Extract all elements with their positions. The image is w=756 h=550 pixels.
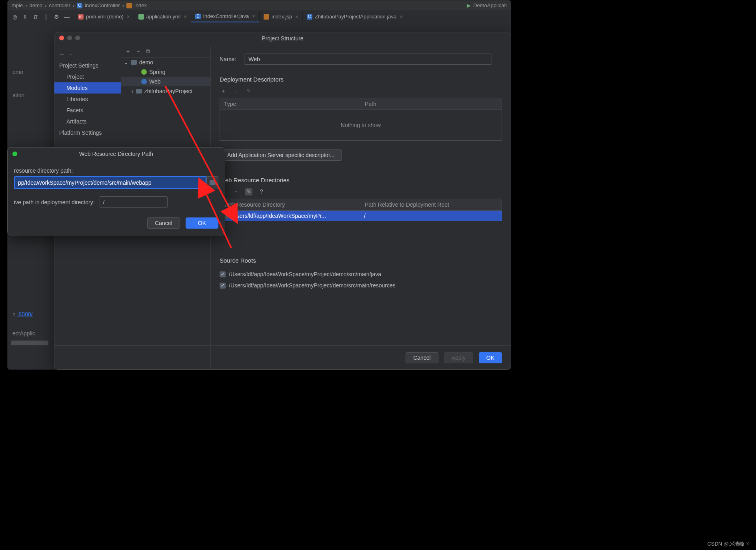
col-webdir: Web Resource Directory	[220, 199, 361, 210]
checkbox-icon[interactable]: ✓	[220, 271, 226, 277]
crumb[interactable]: demo	[30, 2, 43, 8]
text-frag: n	[12, 311, 17, 317]
hide-icon[interactable]: —	[64, 14, 70, 20]
chevron-down-icon: ⌄	[124, 59, 128, 66]
col-type: Type	[220, 98, 361, 110]
copy-icon[interactable]: ⧉	[146, 48, 150, 56]
collapse-icon[interactable]: ⇵	[32, 14, 39, 20]
source-root-item[interactable]: ✓/Users/ldf/app/IdeaWorkSpace/myProject/…	[220, 280, 502, 291]
tab-label: ZhifubaoPayProjectApplication.java	[315, 14, 397, 20]
folder-icon	[210, 180, 216, 185]
tab-label: pom.xml (demo)	[86, 14, 124, 20]
source-root-item[interactable]: ✓/Users/ldf/app/IdeaWorkSpace/myProject/…	[220, 269, 502, 280]
tree-zhifubao[interactable]: ›zhifubaoPayProject	[121, 86, 210, 96]
scrollbar[interactable]	[11, 341, 48, 345]
tab-jsp[interactable]: index.jsp×	[260, 11, 303, 22]
browse-button[interactable]	[206, 176, 218, 189]
tree-demo[interactable]: ⌄demo	[121, 58, 210, 67]
relative-path-input[interactable]	[100, 196, 168, 208]
divider: |	[43, 14, 49, 20]
method-icon	[126, 3, 132, 8]
close-icon[interactable]: ×	[400, 14, 403, 20]
nav-libraries[interactable]: Libraries	[54, 94, 121, 105]
tab-label: index.jsp	[272, 14, 292, 20]
nav-facets[interactable]: Facets	[54, 105, 121, 116]
checkbox-icon[interactable]: ✓	[220, 283, 226, 289]
crumb[interactable]: controller	[49, 2, 70, 8]
add-icon[interactable]: ＋	[220, 88, 227, 95]
web-resource-row[interactable]: /Users/ldf/app/IdeaWorkSpace/myPr... /	[220, 211, 502, 221]
close-icon[interactable]: ×	[184, 14, 187, 20]
fwd-icon[interactable]: →	[68, 51, 74, 58]
gear-icon[interactable]: ⚙	[53, 14, 60, 20]
help-icon[interactable]: ?	[258, 188, 265, 195]
run-config[interactable]: DemoApplicati	[473, 2, 507, 8]
back-icon[interactable]: ←	[59, 51, 65, 58]
cancel-button[interactable]: Cancel	[406, 352, 438, 363]
java-icon: C	[195, 14, 201, 19]
nav-header: Platform Settings	[54, 127, 121, 138]
name-input[interactable]	[244, 54, 492, 65]
edit-icon[interactable]: ✎	[245, 188, 252, 195]
empty-state: Nothing to show	[220, 110, 502, 141]
text-frag: emo	[11, 66, 48, 78]
cell-value: /Users/ldf/app/IdeaWorkSpace/myPr...	[231, 213, 326, 219]
cancel-button[interactable]: Cancel	[147, 217, 180, 229]
nav-header: Project Settings	[54, 60, 121, 71]
remove-icon[interactable]: －	[232, 188, 240, 195]
max-dot[interactable]	[75, 36, 80, 40]
tree-spring[interactable]: Spring	[121, 67, 210, 77]
min-dot[interactable]	[67, 36, 72, 40]
watermark: CSDN @乄清峰ヾ	[707, 540, 750, 548]
window-dot[interactable]	[12, 151, 17, 156]
remove-icon[interactable]: －	[136, 48, 141, 56]
section-title: Web Resource Directories	[220, 177, 502, 183]
target-icon[interactable]: ◎	[12, 14, 18, 20]
nav-artifacts[interactable]: Artifacts	[54, 116, 121, 127]
crumb[interactable]: indexController	[85, 2, 120, 8]
dialog-footer: Cancel Apply OK	[54, 345, 511, 369]
relative-path-label: ive path in deployment directory:	[14, 199, 95, 205]
directory-path-input[interactable]	[14, 176, 206, 189]
tab-app[interactable]: CZhifubaoPayProjectApplication.java×	[303, 11, 407, 22]
apply-button: Apply	[444, 352, 473, 363]
yaml-icon	[138, 14, 144, 20]
col-relpath: Path Relative to Deployment Root	[361, 199, 502, 210]
tree-web[interactable]: Web	[121, 77, 210, 86]
close-icon[interactable]: ×	[252, 13, 255, 19]
crumb[interactable]: mple	[12, 2, 23, 8]
table-header: Web Resource Directory Path Relative to …	[220, 199, 502, 211]
path-label: resource directory path:	[14, 167, 218, 174]
edit-icon: ✎	[245, 88, 252, 95]
tab-yml[interactable]: application.yml×	[134, 11, 192, 22]
java-icon: C	[307, 14, 312, 20]
breadcrumb: mple› demo› controller› C indexControlle…	[8, 0, 511, 10]
jsp-icon	[264, 14, 269, 20]
ok-button[interactable]: OK	[186, 217, 218, 229]
dialog-title: Web Resource Directory Path	[79, 151, 153, 157]
nav-modules[interactable]: Modules	[54, 82, 121, 94]
close-dot[interactable]	[59, 36, 64, 40]
port-link[interactable]: :8080/	[17, 311, 33, 317]
spring-icon	[141, 69, 147, 75]
nav-project[interactable]: Project	[54, 71, 121, 82]
expand-icon[interactable]: ⇳	[22, 14, 28, 20]
class-icon: C	[77, 3, 82, 8]
tab-pom[interactable]: mpom.xml (demo)×	[74, 11, 134, 22]
tool-icons: ◎ ⇳ ⇵ | ⚙ —	[8, 14, 74, 20]
add-server-descriptor-button[interactable]: Add Application Server specific descript…	[220, 149, 342, 161]
chevron-right-icon: ›	[132, 88, 134, 94]
close-icon[interactable]: ×	[295, 14, 298, 20]
crumb[interactable]: index	[134, 2, 147, 8]
path-label: /Users/ldf/app/IdeaWorkSpace/myProject/d…	[229, 282, 396, 289]
cell-value: /	[361, 211, 502, 221]
run-icon[interactable]: ▶	[467, 2, 471, 8]
tab-indexcontroller[interactable]: CindexController.java×	[191, 11, 260, 22]
section-title: Deployment Descriptors	[220, 76, 502, 83]
dialog-title: Project Structure	[262, 35, 303, 42]
path-label: /Users/ldf/app/IdeaWorkSpace/myProject/d…	[229, 271, 381, 277]
add-icon[interactable]: ＋	[125, 48, 131, 56]
ok-button[interactable]: OK	[479, 352, 502, 363]
close-icon[interactable]: ×	[127, 14, 130, 20]
maven-icon: m	[78, 14, 84, 20]
